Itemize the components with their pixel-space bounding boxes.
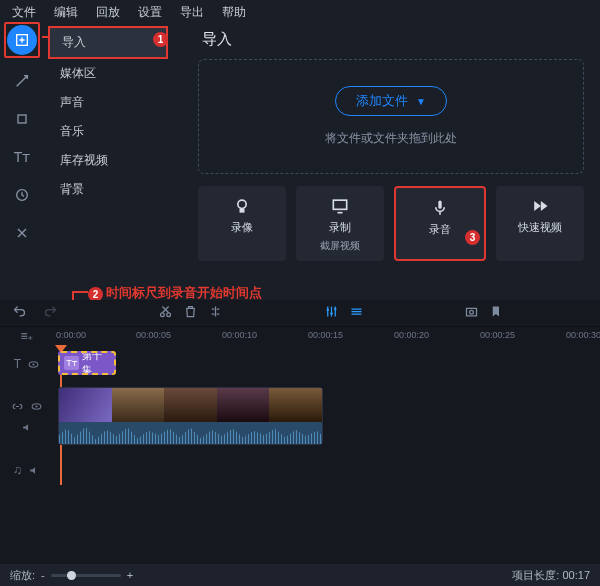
link-icon[interactable] [11, 400, 24, 413]
sidebar-item-music[interactable]: 音乐 [48, 117, 168, 146]
panel-title: 导入 [202, 30, 592, 49]
ruler-tick: 00:00:10 [222, 330, 257, 340]
sidebar-item-label: 导入 [62, 35, 86, 49]
sidebar-item-media[interactable]: 媒体区 [48, 59, 168, 88]
tool-crop[interactable] [7, 104, 37, 134]
card-label: 快速视频 [518, 220, 562, 235]
adjust-button[interactable] [324, 304, 339, 322]
tracks: T Tᴛ 第十集 [0, 345, 600, 485]
text-chip-icon: Tᴛ [64, 356, 79, 370]
timeline-toolbar [0, 300, 600, 327]
svg-point-11 [334, 308, 337, 311]
svg-point-17 [35, 405, 37, 407]
mic-icon [430, 198, 450, 218]
ruler-tick: 00:00:15 [308, 330, 343, 340]
card-sub: 截屏视频 [320, 239, 360, 253]
tool-more[interactable] [7, 218, 37, 248]
track-type-text-icon: T [14, 357, 21, 371]
timeline: ≡₊ 0:00:00 00:00:05 00:00:10 00:00:15 00… [0, 300, 600, 564]
import-icon [14, 32, 30, 48]
track-audio: ♫ [0, 455, 600, 485]
import-panel: 导入 添加文件 ▼ 将文件或文件夹拖到此处 录像 录制 截屏视频 录音 3 快速… [190, 24, 592, 261]
ruler-tick: 0:00:00 [56, 330, 86, 340]
eye-icon[interactable] [30, 400, 43, 413]
annotation-badge-1: 1 [153, 32, 168, 47]
music-icon: ♫ [13, 463, 22, 477]
menu-export[interactable]: 导出 [172, 2, 212, 23]
ruler-tick: 00:00:05 [136, 330, 171, 340]
menu-bar: 文件 编辑 回放 设置 导出 帮助 [0, 0, 600, 25]
add-files-button[interactable]: 添加文件 ▼ [335, 86, 447, 116]
clip-waveform [59, 422, 322, 444]
screen-icon [330, 196, 350, 216]
clock-icon [14, 187, 30, 203]
add-track-button[interactable]: ≡₊ [20, 329, 33, 343]
card-quick-video[interactable]: 快速视频 [496, 186, 584, 261]
zoom-out-button[interactable]: - [41, 569, 45, 581]
fast-icon [530, 196, 550, 216]
undo-button[interactable] [12, 304, 27, 322]
camera-icon [232, 196, 252, 216]
speaker-icon[interactable] [28, 464, 41, 477]
filter-button[interactable] [349, 304, 364, 322]
tool-strip: Tᴛ [4, 22, 40, 248]
ruler-tick: 00:00:25 [480, 330, 515, 340]
card-record-screen[interactable]: 录制 截屏视频 [296, 186, 384, 261]
crop-icon [14, 111, 30, 127]
svg-point-15 [33, 363, 35, 365]
sidebar-item-sound[interactable]: 声音 [48, 88, 168, 117]
svg-point-3 [238, 200, 246, 208]
track-title: T Tᴛ 第十集 [0, 349, 600, 379]
svg-point-8 [167, 313, 171, 317]
menu-file[interactable]: 文件 [4, 2, 44, 23]
sidebar-item-stock[interactable]: 库存视频 [48, 146, 168, 175]
zoom-label: 缩放: [10, 568, 35, 583]
time-ruler[interactable]: 0:00:00 00:00:05 00:00:10 00:00:15 00:00… [54, 327, 600, 345]
drop-hint: 将文件或文件夹拖到此处 [209, 130, 573, 147]
track-video [0, 387, 600, 447]
card-label: 录音 [429, 222, 451, 237]
marker-button[interactable] [489, 304, 504, 322]
title-clip-label: 第十集 [82, 351, 110, 375]
sidebar-item-import[interactable]: 导入 1 [48, 26, 168, 59]
delete-button[interactable] [183, 304, 198, 322]
zoom-slider[interactable] [51, 574, 121, 577]
chevron-down-icon: ▼ [416, 96, 426, 107]
split-button[interactable] [208, 304, 223, 322]
card-record-camera[interactable]: 录像 [198, 186, 286, 261]
menu-help[interactable]: 帮助 [214, 2, 254, 23]
zoom-in-button[interactable]: + [127, 569, 133, 581]
clip-thumbnails [59, 388, 322, 422]
annotation-badge-3: 3 [465, 230, 480, 245]
ruler-tick: 00:00:20 [394, 330, 429, 340]
svg-point-7 [161, 313, 165, 317]
tool-wand[interactable] [7, 66, 37, 96]
title-clip[interactable]: Tᴛ 第十集 [58, 351, 116, 375]
drop-zone[interactable]: 添加文件 ▼ 将文件或文件夹拖到此处 [198, 59, 584, 174]
svg-rect-5 [333, 200, 346, 209]
svg-point-13 [469, 310, 473, 314]
wand-icon [14, 73, 30, 89]
snapshot-button[interactable] [464, 304, 479, 322]
quick-cards: 录像 录制 截屏视频 录音 3 快速视频 [198, 186, 584, 261]
menu-settings[interactable]: 设置 [130, 2, 170, 23]
svg-point-9 [326, 308, 329, 311]
project-length-label: 项目长度: [512, 568, 559, 583]
eye-icon[interactable] [27, 358, 40, 371]
sidebar: 导入 1 媒体区 声音 音乐 库存视频 背景 [48, 26, 168, 204]
card-record-audio[interactable]: 录音 3 [394, 186, 486, 261]
svg-rect-12 [466, 308, 476, 316]
tool-time[interactable] [7, 180, 37, 210]
menu-playback[interactable]: 回放 [88, 2, 128, 23]
status-bar: 缩放: - + 项目长度: 00:17 [0, 564, 600, 586]
tool-text[interactable]: Tᴛ [7, 142, 37, 172]
sidebar-item-bg[interactable]: 背景 [48, 175, 168, 204]
tool-import[interactable] [7, 25, 37, 55]
ruler-tick: 00:00:30 [566, 330, 600, 340]
menu-edit[interactable]: 编辑 [46, 2, 86, 23]
video-clip[interactable] [58, 387, 323, 445]
redo-button[interactable] [43, 304, 58, 322]
speaker-icon[interactable] [21, 421, 34, 434]
cut-button[interactable] [158, 304, 173, 322]
tools-icon [14, 225, 30, 241]
